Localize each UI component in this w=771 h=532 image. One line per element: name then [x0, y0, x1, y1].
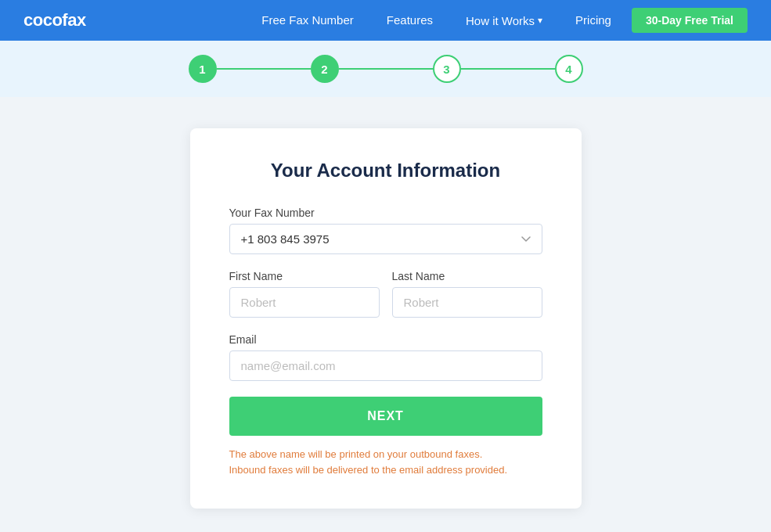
email-label: Email	[229, 333, 542, 346]
form-title: Your Account Information	[229, 160, 542, 182]
fax-number-select[interactable]: +1 803 845 3975	[229, 224, 542, 254]
last-name-label: Last Name	[392, 270, 542, 282]
nav-link-pricing[interactable]: Pricing	[563, 9, 624, 31]
navbar: cocofax Free Fax Number Features How it …	[0, 0, 771, 41]
name-row: First Name Last Name	[229, 270, 542, 318]
email-input[interactable]	[229, 350, 542, 381]
next-button[interactable]: NEXT	[229, 397, 542, 436]
form-note-line1: The above name will be printed on your o…	[229, 448, 483, 460]
nav-link-how-it-works[interactable]: How it Works	[453, 9, 555, 32]
step-1: 1	[189, 55, 217, 83]
stepper-bar: 1 2 3 4	[0, 41, 771, 97]
step-3: 3	[433, 55, 461, 83]
nav-link-features[interactable]: Features	[374, 9, 445, 31]
nav-item-pricing[interactable]: Pricing	[563, 13, 624, 27]
form-note: The above name will be printed on your o…	[229, 447, 542, 477]
nav-item-features[interactable]: Features	[374, 13, 445, 27]
brand-logo[interactable]: cocofax	[23, 10, 86, 31]
fax-number-label: Your Fax Number	[229, 207, 542, 219]
step-2: 2	[311, 55, 339, 83]
first-name-label: First Name	[229, 270, 380, 282]
nav-cta-button[interactable]: 30-Day Free Trial	[632, 8, 748, 33]
last-name-input[interactable]	[392, 287, 542, 318]
form-note-line2: Inbound faxes will be delivered to the e…	[229, 464, 508, 476]
first-name-group: First Name	[229, 270, 380, 318]
nav-links: Free Fax Number Features How it Works Pr…	[249, 9, 748, 32]
nav-item-cta[interactable]: 30-Day Free Trial	[632, 13, 748, 27]
email-group: Email	[229, 333, 542, 381]
nav-link-free-fax-number[interactable]: Free Fax Number	[249, 9, 366, 31]
form-card: Your Account Information Your Fax Number…	[190, 128, 582, 509]
nav-item-how-it-works[interactable]: How it Works	[453, 9, 555, 32]
step-line-1-2	[217, 68, 311, 70]
nav-item-free-fax-number[interactable]: Free Fax Number	[249, 13, 366, 27]
stepper: 1 2 3 4	[189, 55, 583, 83]
step-line-2-3	[339, 68, 433, 70]
fax-number-group: Your Fax Number +1 803 845 3975	[229, 207, 542, 254]
last-name-group: Last Name	[392, 270, 542, 318]
first-name-input[interactable]	[229, 287, 380, 318]
step-line-3-4	[461, 68, 555, 70]
step-4: 4	[555, 55, 583, 83]
main-content: Your Account Information Your Fax Number…	[0, 97, 771, 532]
